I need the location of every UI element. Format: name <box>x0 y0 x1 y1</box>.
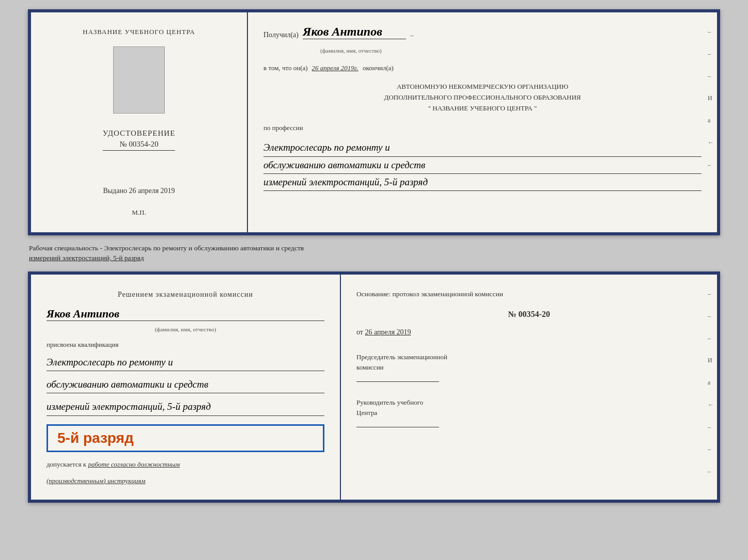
vtom-label: в том, что он(а) <box>263 64 308 72</box>
right-date-row: от 26 апреля 2019 <box>356 328 702 337</box>
training-center-title: НАЗВАНИЕ УЧЕБНОГО ЦЕНТРА <box>83 28 195 36</box>
bottom-cert-right: Основание: протокол экзаменационной коми… <box>341 275 717 500</box>
middle-text-block: Рабочая специальность - Электрослесарь п… <box>28 242 720 265</box>
bottom-name: Яков Антипов <box>46 307 324 321</box>
middle-text-line2: измерений электростанций, 5-й разряд <box>29 253 719 263</box>
ruk-block: Руководитель учебного Центра <box>356 397 702 427</box>
dash-symbol: – <box>410 31 414 39</box>
familiya-label-top: (фамилия, имя, отчество) <box>320 47 702 54</box>
middle-text-line1: Рабочая специальность - Электрослесарь п… <box>29 244 719 253</box>
dopuskaetsya-text: работе согласно должностным <box>88 460 180 468</box>
recipient-name: Яков Антипов <box>303 25 406 39</box>
profession-line1: Электрослесарь по ремонту и <box>263 139 702 156</box>
centra-label: Центра <box>356 408 702 418</box>
mp-label: М.П. <box>132 209 146 217</box>
bottom-profession-line1: Электрослесарь по ремонту и <box>46 354 324 371</box>
photo-placeholder <box>113 46 165 114</box>
predsed-block: Председатель экзаменационной комиссии <box>356 352 702 382</box>
ot-label: от <box>356 328 363 336</box>
profession-line2: обслуживанию автоматики и средств <box>263 157 702 174</box>
right-number: № 00354-20 <box>356 310 702 319</box>
bottom-familiya-label: (фамилия, имя, отчество) <box>46 326 324 332</box>
dopuskaetsya-label: допускается к <box>46 460 86 468</box>
vydano-date: 26 апреля 2019 <box>129 187 175 195</box>
dopuskaetsya-text2-row: (производственным) инструкциям <box>46 477 324 485</box>
profession-line3: измерений электростанций, 5-й разряд <box>263 174 702 191</box>
ot-date: 26 апреля 2019 <box>365 328 411 336</box>
dopuskaetsya-text2: (производственным) инструкциям <box>46 477 146 485</box>
top-right-sidebar: – – – И а ← – <box>708 28 714 169</box>
rank-badge: 5-й разряд <box>46 424 324 452</box>
org-line1: АВТОНОМНУЮ НЕКОММЕРЧЕСКУЮ ОРГАНИЗАЦИЮ <box>263 82 702 92</box>
vydano-row: Выдано 26 апреля 2019 <box>103 187 175 195</box>
ruk-sign-line <box>356 427 439 427</box>
org-line2: ДОПОЛНИТЕЛЬНОГО ПРОФЕССИОНАЛЬНОГО ОБРАЗО… <box>263 92 702 103</box>
top-cert-right: Получил(а) Яков Антипов – (фамилия, имя,… <box>248 12 717 232</box>
komissii-label: комиссии <box>356 362 702 373</box>
udost-label: УДОСТОВЕРЕНИЕ <box>103 129 176 138</box>
poluchil-label: Получил(а) <box>263 31 299 39</box>
org-line3: " НАЗВАНИЕ УЧЕБНОГО ЦЕНТРА " <box>263 103 702 114</box>
vydano-label: Выдано <box>103 187 127 195</box>
okonchil-label: окончил(а) <box>363 64 394 72</box>
prisvoena-label: присвоена квалификация <box>46 341 324 349</box>
bottom-certificate: Решением экзаменационной комиссии Яков А… <box>28 271 720 503</box>
top-cert-left: НАЗВАНИЕ УЧЕБНОГО ЦЕНТРА УДОСТОВЕРЕНИЕ №… <box>31 12 248 232</box>
osnovanie-label: Основание: протокол экзаменационной коми… <box>356 289 702 299</box>
cert-number: № 00354-20 <box>103 140 176 151</box>
resheniem-label: Решением экзаменационной комиссии <box>46 289 324 300</box>
bottom-cert-left: Решением экзаменационной комиссии Яков А… <box>31 275 341 500</box>
bottom-right-sidebar: – – – И а ← – – – <box>708 290 714 475</box>
predsed-label: Председатель экзаменационной <box>356 352 702 362</box>
top-certificate: НАЗВАНИЕ УЧЕБНОГО ЦЕНТРА УДОСТОВЕРЕНИЕ №… <box>28 9 720 235</box>
po-professii-label: по профессии <box>263 124 702 132</box>
bottom-profession-line2: обслуживанию автоматики и средств <box>46 376 324 393</box>
ruk-label: Руководитель учебного <box>356 397 702 408</box>
vtom-date: 26 апреля 2019г. <box>312 64 359 72</box>
bottom-profession-line3: измерений электростанций, 5-й разряд <box>46 398 324 415</box>
org-block: АВТОНОМНУЮ НЕКОММЕРЧЕСКУЮ ОРГАНИЗАЦИЮ ДО… <box>263 82 702 114</box>
predsed-sign-line <box>356 381 439 382</box>
dopuskaetsya-block: допускается к работе согласно должностны… <box>46 460 324 469</box>
